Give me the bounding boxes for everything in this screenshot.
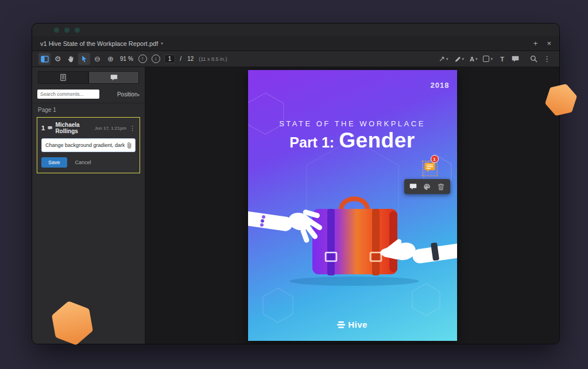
file-header: v1 Hive State of the Workplace Report.pd… bbox=[32, 36, 559, 51]
reply-comment-icon[interactable] bbox=[408, 181, 419, 192]
sticky-note-icon bbox=[424, 162, 435, 172]
zoom-out-icon[interactable]: ⊖ bbox=[91, 53, 103, 65]
main-toolbar: ⚙ ⊖ ⊕ 91 % ↑ ↓ 1 / 12 (11 x 8.5 in.) ↗▾ … bbox=[32, 51, 559, 67]
left-hand bbox=[248, 209, 323, 243]
page-number-input[interactable]: 1 bbox=[164, 55, 176, 63]
poster-title-prefix: Part 1: bbox=[289, 134, 334, 151]
close-window-button[interactable] bbox=[54, 28, 59, 33]
overflow-menu-icon[interactable]: ⋮ bbox=[541, 53, 553, 65]
pdf-viewer-window: v1 Hive State of the Workplace Report.pd… bbox=[32, 23, 560, 344]
close-file-button[interactable]: × bbox=[547, 39, 551, 48]
new-tab-button[interactable]: + bbox=[533, 39, 538, 48]
shape-tool-icon[interactable]: ▾ bbox=[481, 53, 495, 65]
save-button[interactable]: Save bbox=[41, 157, 67, 168]
comment-text-input[interactable] bbox=[41, 138, 136, 152]
comment-author: Michaela Rollings bbox=[55, 122, 91, 134]
tab-comments[interactable] bbox=[88, 71, 139, 84]
maximize-window-button[interactable] bbox=[75, 28, 80, 33]
position-sort-dropdown[interactable]: Position▾ bbox=[117, 91, 140, 98]
cancel-button[interactable]: Cancel bbox=[75, 160, 91, 165]
comment-annotation-marker[interactable] bbox=[422, 161, 438, 176]
poster-year: 2018 bbox=[431, 81, 450, 90]
poster-title-main: Gender bbox=[339, 129, 415, 153]
select-cursor-icon[interactable] bbox=[78, 53, 90, 65]
comments-bubble-icon bbox=[110, 74, 118, 81]
measure-tool-icon[interactable]: ↗▾ bbox=[436, 53, 450, 65]
comment-icon bbox=[48, 125, 52, 131]
next-page-icon[interactable]: ↓ bbox=[150, 53, 162, 65]
annotation-mini-toolbar bbox=[404, 179, 450, 194]
search-icon[interactable] bbox=[528, 53, 540, 65]
hive-logo-icon bbox=[337, 321, 345, 328]
comment-filter-row: Position▾ bbox=[32, 86, 145, 103]
sidebar-toggle-icon[interactable] bbox=[38, 53, 51, 65]
briefcase-illustration bbox=[248, 185, 457, 288]
file-title: v1 Hive State of the Workplace Report.pd… bbox=[40, 40, 158, 47]
pan-hand-icon[interactable] bbox=[65, 53, 77, 65]
poster-title: Part 1: Gender bbox=[248, 129, 457, 153]
attachment-paperclip-icon[interactable] bbox=[126, 141, 133, 152]
annotation-count-badge: 1 bbox=[431, 155, 439, 163]
zoom-in-icon[interactable]: ⊕ bbox=[105, 53, 117, 65]
comment-card[interactable]: 1 Michaela Rollings Jun 17, 1:21pm ⋮ Sav… bbox=[37, 117, 140, 173]
text-tool-icon[interactable]: T bbox=[496, 53, 508, 65]
delete-trash-icon[interactable] bbox=[435, 181, 447, 192]
comment-timestamp: Jun 17, 1:21pm bbox=[95, 126, 126, 131]
page-separator: / bbox=[177, 56, 184, 62]
window-titlebar bbox=[32, 24, 559, 36]
freehand-pen-icon[interactable]: ▾ bbox=[452, 53, 467, 65]
file-title-caret-icon[interactable]: ▾ bbox=[161, 41, 163, 46]
poster-kicker: STATE OF THE WORKPLACE bbox=[248, 119, 457, 128]
comment-tool-icon[interactable] bbox=[509, 53, 521, 65]
zoom-level[interactable]: 91 % bbox=[117, 56, 136, 62]
decorative-hexagon-bottom-left bbox=[49, 300, 95, 347]
page-total: 12 bbox=[184, 56, 196, 62]
comment-number: 1 bbox=[41, 125, 45, 131]
pdf-page: 2018 STATE OF THE WORKPLACE Part 1: Gend… bbox=[248, 70, 457, 341]
settings-gear-icon[interactable]: ⚙ bbox=[52, 53, 64, 65]
sidebar-tabs bbox=[38, 71, 139, 84]
tab-thumbnails[interactable] bbox=[38, 71, 88, 84]
hive-logo: Hive bbox=[248, 320, 457, 329]
document-viewport[interactable]: 2018 STATE OF THE WORKPLACE Part 1: Gend… bbox=[145, 67, 559, 344]
previous-page-icon[interactable]: ↑ bbox=[137, 53, 149, 65]
page-group-label: Page 1 bbox=[32, 103, 145, 117]
page-thumbnail-icon bbox=[60, 73, 67, 81]
hive-logo-text: Hive bbox=[348, 320, 368, 329]
color-palette-icon[interactable] bbox=[421, 181, 433, 192]
comment-menu-icon[interactable]: ⋮ bbox=[129, 125, 136, 132]
search-comments-input[interactable] bbox=[37, 90, 99, 99]
page-dimensions: (11 x 8.5 in.) bbox=[196, 56, 229, 62]
decorative-hexagon-right bbox=[544, 83, 578, 117]
chevron-down-icon: ▾ bbox=[137, 93, 140, 97]
text-style-tool-icon[interactable]: A▾ bbox=[467, 53, 479, 65]
minimize-window-button[interactable] bbox=[64, 28, 69, 33]
